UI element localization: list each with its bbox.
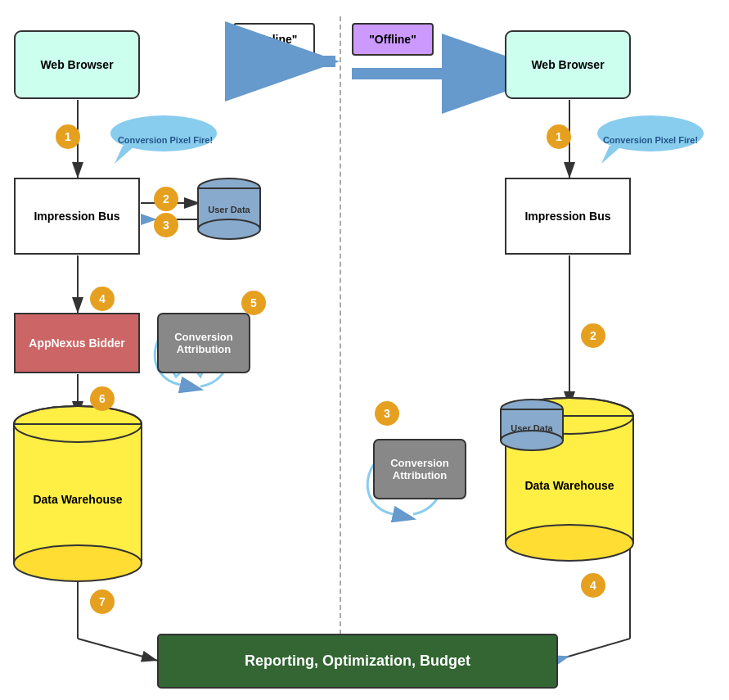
pixel-fire-right-label: Conversion Pixel Fire! xyxy=(597,124,704,156)
svg-line-16 xyxy=(554,639,630,661)
badge-left-5: 5 xyxy=(241,291,266,315)
diagram: "Online" "Offline" xyxy=(0,0,729,700)
impression-bus-left-label: Impression Bus xyxy=(15,178,139,254)
impression-bus-right-label: Impression Bus xyxy=(506,178,630,254)
badge-left-7: 7 xyxy=(90,589,115,614)
badge-left-2: 2 xyxy=(154,187,178,211)
conv-attr-right-label: Conversion Attribution xyxy=(374,440,466,499)
web-browser-left-label: Web Browser xyxy=(15,31,139,98)
badge-right-3: 3 xyxy=(375,401,399,426)
badge-right-1: 1 xyxy=(547,124,571,149)
svg-point-26 xyxy=(14,406,142,442)
svg-point-30 xyxy=(14,545,142,581)
pixel-fire-left-label: Conversion Pixel Fire! xyxy=(112,124,218,156)
offline-label: "Offline" xyxy=(352,23,434,56)
web-browser-right-label: Web Browser xyxy=(506,31,630,98)
reporting-label: Reporting, Optimization, Budget xyxy=(158,635,557,688)
data-warehouse-right-label: Data Warehouse xyxy=(506,449,633,522)
svg-point-38 xyxy=(506,525,633,561)
svg-line-12 xyxy=(78,639,158,661)
badge-left-3: 3 xyxy=(154,213,178,237)
badge-right-4: 4 xyxy=(581,573,605,598)
user-data-left-label: User Data xyxy=(198,184,260,235)
user-data-right-label: User Data xyxy=(501,407,563,449)
appnexus-bidder-label: AppNexus Bidder xyxy=(15,314,139,373)
conv-attr-left-label: Conversion Attribution xyxy=(158,314,250,373)
badge-left-4: 4 xyxy=(90,287,115,311)
data-warehouse-left-label: Data Warehouse xyxy=(14,458,142,540)
online-label: "Online" xyxy=(233,23,315,56)
badge-left-1: 1 xyxy=(56,124,80,149)
badge-left-6: 6 xyxy=(90,386,115,411)
svg-point-31 xyxy=(14,406,142,442)
center-divider xyxy=(340,16,341,684)
badge-right-2: 2 xyxy=(581,323,605,348)
